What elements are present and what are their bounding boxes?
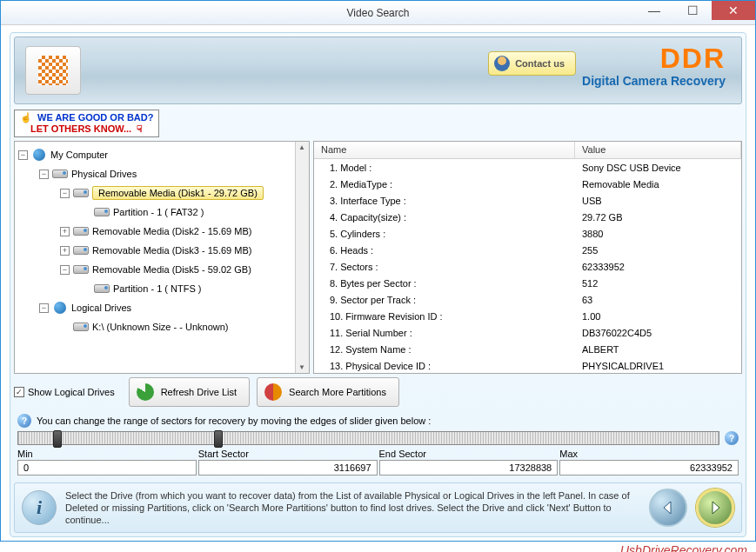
property-value: ALBERT bbox=[575, 344, 741, 355]
property-name: 3. Interface Type : bbox=[314, 196, 575, 206]
property-row[interactable]: 5. Cylinders :3880 bbox=[314, 225, 741, 242]
brand-subtitle: Digital Camera Recovery bbox=[582, 74, 726, 88]
person-icon bbox=[494, 56, 510, 71]
window-title: Video Search bbox=[347, 7, 410, 19]
property-name: 4. Capacity(size) : bbox=[314, 212, 575, 223]
close-button[interactable]: ✕ bbox=[712, 1, 755, 20]
property-row[interactable]: 2. MediaType :Removable Media bbox=[314, 176, 741, 192]
contact-us-button[interactable]: Contact us bbox=[488, 51, 576, 76]
search-more-partitions-button[interactable]: Search More Partitions bbox=[257, 377, 399, 407]
property-name: 1. Model : bbox=[314, 163, 575, 173]
tree-partition-ntfs[interactable]: Partition - 1 ( NTFS ) bbox=[15, 279, 309, 298]
property-row[interactable]: 11. Serial Number :DB376022C4D5 bbox=[314, 324, 741, 341]
property-value: 255 bbox=[575, 245, 741, 256]
drive-icon bbox=[73, 265, 89, 274]
property-value: USB bbox=[575, 196, 741, 206]
column-header-value[interactable]: Value bbox=[575, 142, 741, 158]
property-row[interactable]: 6. Heads :255 bbox=[314, 242, 741, 258]
tree-disk1[interactable]: −Removable Media (Disk1 - 29.72 GB) bbox=[15, 183, 309, 203]
property-row[interactable]: 12. System Name :ALBERT bbox=[314, 341, 741, 357]
property-row[interactable]: 3. Interface Type :USB bbox=[314, 192, 741, 209]
show-logical-drives-checkbox[interactable]: ✓ Show Logical Drives bbox=[14, 387, 115, 397]
slider-handle-right[interactable] bbox=[214, 430, 223, 448]
refresh-drive-list-button[interactable]: Refresh Drive List bbox=[129, 377, 250, 407]
button-label: Search More Partitions bbox=[289, 387, 386, 397]
tree-scrollbar[interactable] bbox=[295, 142, 309, 373]
property-value: 62333952 bbox=[575, 262, 741, 272]
end-sector-label: End Sector bbox=[379, 449, 559, 459]
property-name: 2. MediaType : bbox=[314, 179, 575, 190]
thumb-up-icon: ☝ bbox=[20, 112, 32, 123]
drive-icon bbox=[52, 170, 68, 178]
property-row[interactable]: 4. Capacity(size) :29.72 GB bbox=[314, 209, 741, 225]
help-icon[interactable]: ? bbox=[17, 414, 31, 428]
expand-icon[interactable]: + bbox=[60, 246, 70, 256]
next-button[interactable] bbox=[696, 489, 734, 527]
drive-icon bbox=[73, 227, 89, 236]
property-row[interactable]: 10. Firmware Revision ID :1.00 bbox=[314, 308, 741, 324]
tree-physical-drives[interactable]: −Physical Drives bbox=[15, 164, 309, 183]
property-name: 8. Bytes per Sector : bbox=[314, 278, 575, 289]
property-row[interactable]: 13. Physical Device ID :PHYSICALDRIVE1 bbox=[314, 357, 741, 374]
feedback-promo-button[interactable]: ☝ WE ARE GOOD OR BAD? LET OTHERS KNOW...… bbox=[14, 110, 159, 137]
sector-range-section: ? You can change the range of sectors fo… bbox=[14, 412, 742, 477]
max-label: Max bbox=[559, 449, 739, 459]
min-value[interactable]: 0 bbox=[17, 460, 197, 476]
slider-handle-left[interactable] bbox=[53, 430, 62, 448]
drive-properties-panel: Name Value 1. Model :Sony DSC USB Device… bbox=[313, 141, 742, 374]
tree-disk2[interactable]: +Removable Media (Disk2 - 15.69 MB) bbox=[15, 222, 309, 241]
collapse-icon[interactable]: − bbox=[39, 303, 49, 313]
promo-line1: WE ARE GOOD OR BAD? bbox=[37, 112, 153, 123]
max-value[interactable]: 62333952 bbox=[559, 460, 739, 476]
end-sector-value[interactable]: 17328838 bbox=[379, 460, 559, 476]
start-sector-value[interactable]: 3116697 bbox=[198, 460, 378, 476]
column-header-name[interactable]: Name bbox=[314, 142, 575, 158]
collapse-icon[interactable]: − bbox=[39, 170, 49, 179]
collapse-icon[interactable]: − bbox=[60, 189, 70, 198]
property-row[interactable]: 1. Model :Sony DSC USB Device bbox=[314, 159, 741, 176]
footer-link[interactable]: UsbDriveRecovery.com bbox=[620, 543, 747, 552]
tree-logical-drives[interactable]: −Logical Drives bbox=[15, 298, 309, 317]
info-icon: i bbox=[22, 490, 57, 525]
tree-partition-fat32[interactable]: Partition - 1 ( FAT32 ) bbox=[15, 203, 309, 222]
back-button[interactable] bbox=[649, 489, 687, 527]
checkbox-icon[interactable]: ✓ bbox=[14, 387, 24, 397]
refresh-icon bbox=[137, 383, 154, 401]
computer-icon bbox=[33, 149, 45, 161]
sector-range-slider[interactable] bbox=[17, 431, 719, 445]
property-value: 512 bbox=[575, 278, 741, 289]
property-value: 1.00 bbox=[575, 311, 741, 322]
property-name: 12. System Name : bbox=[314, 344, 575, 355]
property-name: 11. Serial Number : bbox=[314, 328, 575, 338]
tree-disk3[interactable]: +Removable Media (Disk3 - 15.69 MB) bbox=[15, 241, 309, 260]
tree-root[interactable]: −My Computer bbox=[15, 145, 309, 164]
button-label: Refresh Drive List bbox=[161, 387, 237, 397]
titlebar[interactable]: Video Search — ☐ ✕ bbox=[1, 1, 755, 25]
thumb-down-icon: ☟ bbox=[137, 123, 143, 134]
expand-icon[interactable]: + bbox=[60, 227, 70, 236]
minimize-button[interactable]: — bbox=[635, 1, 673, 20]
property-value: PHYSICALDRIVE1 bbox=[575, 361, 741, 371]
property-value: 63 bbox=[575, 295, 741, 305]
property-name: 9. Sector per Track : bbox=[314, 295, 575, 305]
property-row[interactable]: 8. Bytes per Sector :512 bbox=[314, 275, 741, 291]
help-icon[interactable]: ? bbox=[725, 431, 739, 445]
drive-icon bbox=[94, 284, 110, 293]
collapse-icon[interactable]: − bbox=[60, 265, 70, 275]
tree-disk5[interactable]: −Removable Media (Disk5 - 59.02 GB) bbox=[15, 260, 309, 279]
pie-chart-icon bbox=[264, 383, 282, 401]
drive-icon bbox=[73, 323, 89, 331]
property-value: Sony DSC USB Device bbox=[575, 163, 741, 173]
property-value: DB376022C4D5 bbox=[575, 328, 741, 338]
property-row[interactable]: 9. Sector per Track :63 bbox=[314, 291, 741, 308]
tree-drive-k[interactable]: K:\ (Unknown Size - - Unknown) bbox=[15, 317, 309, 336]
drive-tree-panel[interactable]: −My Computer −Physical Drives −Removable… bbox=[14, 141, 310, 374]
min-label: Min bbox=[17, 449, 197, 459]
property-row[interactable]: 7. Sectors :62333952 bbox=[314, 258, 741, 275]
collapse-icon[interactable]: − bbox=[18, 150, 28, 160]
app-window: Video Search — ☐ ✕ Contact us DDR Digita… bbox=[0, 0, 756, 542]
drive-icon bbox=[94, 208, 110, 216]
property-name: 6. Heads : bbox=[314, 245, 575, 256]
property-name: 10. Firmware Revision ID : bbox=[314, 311, 575, 322]
maximize-button[interactable]: ☐ bbox=[673, 1, 712, 20]
